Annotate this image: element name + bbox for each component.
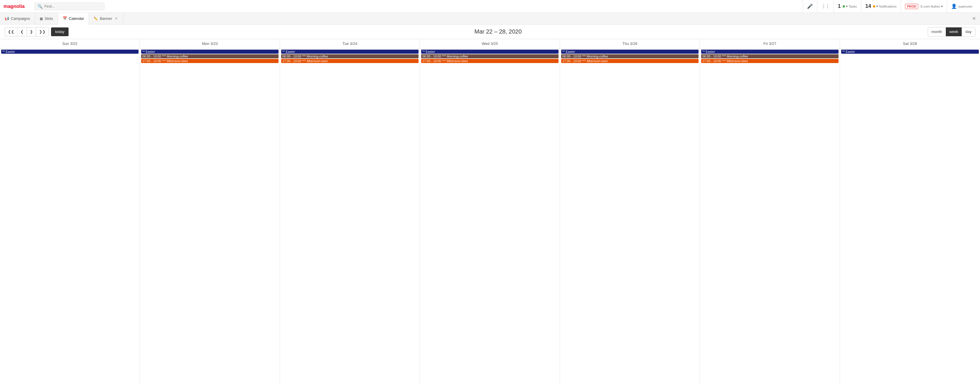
calendar-header-row: Sun 3/22 Mon 3/23 Tue 3/24 Wed 3/25 Thu … xyxy=(0,39,980,48)
notifications-label: Notifications xyxy=(879,5,897,8)
calendar-body: ** Easter ** Easter 06:00 - 10:00 *** Mo… xyxy=(0,48,980,384)
prod-badge: PROD xyxy=(905,4,918,9)
mic-button[interactable]: 🎤 xyxy=(803,0,817,13)
tab-bar: 📢 Campaigns ▦ Slots 📅 Calendar ✏️ Banner… xyxy=(0,13,980,24)
tab-calendar[interactable]: 📅 Calendar xyxy=(58,13,89,24)
cal-col-5: ** Easter 06:00 - 10:00 *** Morning-coff… xyxy=(700,48,840,384)
mic-icon: 🎤 xyxy=(807,3,813,9)
day-header-3: Wed 3/25 xyxy=(420,39,560,48)
tasks-label: Tasks xyxy=(849,5,857,8)
day-header-6: Sat 3/28 xyxy=(840,39,980,48)
calendar-grid: Sun 3/22 Mon 3/23 Tue 3/24 Wed 3/25 Thu … xyxy=(0,39,980,384)
day-header-1: Mon 3/23 xyxy=(140,39,280,48)
nav-next-button[interactable]: ❯ xyxy=(27,27,36,36)
cal-col-4: ** Easter 06:00 - 10:00 *** Morning-coff… xyxy=(560,48,700,384)
nav-prev-button[interactable]: ❮ xyxy=(18,27,27,36)
nav-last-button[interactable]: ❯❯ xyxy=(36,27,48,36)
workspace-close-button[interactable]: ✕ xyxy=(968,13,980,24)
nav-button-group: ❮❮ ❮ ❯ ❯❯ xyxy=(5,27,49,37)
notifications-count: 14 xyxy=(865,3,871,10)
view-day-button[interactable]: day xyxy=(962,27,975,36)
notifications-badge xyxy=(873,5,875,8)
apps-grid-button[interactable]: ⋮⋮ xyxy=(817,0,834,13)
event-afternoon-beer-fri[interactable]: 17:00 - 19:00 *** Afternoon-beer xyxy=(701,59,838,63)
user-icon: 👤 xyxy=(951,3,957,9)
user-button[interactable]: 👤 superuser xyxy=(947,0,977,13)
tasks-button[interactable]: 1 ▾ Tasks xyxy=(834,0,861,13)
calendar-toolbar: ❮❮ ❮ ❯ ❯❯ today Mar 22 – 28, 2020 month … xyxy=(0,24,980,39)
user-label: superuser xyxy=(958,5,972,8)
search-input[interactable] xyxy=(45,4,101,8)
event-easter-sun[interactable]: ** Easter xyxy=(1,49,138,54)
event-easter-fri[interactable]: ** Easter xyxy=(701,49,838,54)
campaigns-icon: 📢 xyxy=(5,17,9,21)
slots-icon: ▦ xyxy=(40,17,43,21)
view-month-button[interactable]: month xyxy=(928,27,946,36)
event-easter-tue[interactable]: ** Easter xyxy=(281,49,418,54)
search-box[interactable]: 🔍 xyxy=(34,3,104,10)
notifications-button[interactable]: 14 ▾ Notifications xyxy=(861,0,900,13)
notifications-chevron: ▾ xyxy=(877,5,878,8)
search-icon: 🔍 xyxy=(38,4,43,9)
pen-icon: ✏️ xyxy=(94,17,98,21)
cal-col-2: ** Easter 06:00 - 10:00 *** Morning-coff… xyxy=(280,48,420,384)
logo: magnolia xyxy=(3,3,30,10)
tab-slots[interactable]: ▦ Slots xyxy=(35,13,58,24)
event-afternoon-beer-wed[interactable]: 17:00 - 19:00 *** Afternoon-beer xyxy=(421,59,558,63)
day-header-4: Thu 3/26 xyxy=(560,39,700,48)
env-button[interactable]: PROD E-com Author ▾ xyxy=(900,0,947,13)
tab-banner-close[interactable]: ✕ xyxy=(114,16,118,21)
calendar-title: Mar 22 – 28, 2020 xyxy=(71,28,926,35)
view-button-group: month week day xyxy=(928,27,975,37)
event-morning-coffee-fri[interactable]: 06:00 - 10:00 *** Morning-coffee xyxy=(701,54,838,58)
cal-col-3: ** Easter 06:00 - 10:00 *** Morning-coff… xyxy=(420,48,560,384)
view-week-button[interactable]: week xyxy=(946,27,962,36)
calendar-icon: 📅 xyxy=(63,16,67,21)
env-author: E-com Author xyxy=(921,5,940,8)
event-easter-sat[interactable]: ** Easter xyxy=(841,49,979,54)
event-morning-coffee-mon[interactable]: 06:00 - 10:00 *** Morning-coffee xyxy=(141,54,278,58)
nav-first-button[interactable]: ❮❮ xyxy=(5,27,18,36)
day-header-5: Fri 3/27 xyxy=(700,39,840,48)
day-header-2: Tue 3/24 xyxy=(280,39,420,48)
tasks-count: 1 xyxy=(838,3,841,10)
apps-grid-icon: ⋮⋮ xyxy=(821,4,829,9)
tab-campaigns-label: Campaigns xyxy=(11,16,30,21)
event-morning-coffee-wed[interactable]: 06:00 - 10:00 *** Morning-coffee xyxy=(421,54,558,58)
event-easter-thu[interactable]: ** Easter xyxy=(561,49,698,54)
tab-banner[interactable]: ✏️ Banner ✕ xyxy=(89,13,123,24)
event-easter-mon[interactable]: ** Easter xyxy=(141,49,278,54)
event-afternoon-beer-tue[interactable]: 17:00 - 19:00 *** Afternoon-beer xyxy=(281,59,418,63)
event-afternoon-beer-mon[interactable]: 17:00 - 19:00 *** Afternoon-beer xyxy=(141,59,278,63)
svg-text:magnolia: magnolia xyxy=(3,3,25,8)
tasks-chevron: ▾ xyxy=(846,5,848,8)
tab-banner-label: Banner xyxy=(100,16,112,21)
day-header-0: Sun 3/22 xyxy=(0,39,140,48)
event-easter-wed[interactable]: ** Easter xyxy=(421,49,558,54)
cal-col-1: ** Easter 06:00 - 10:00 *** Morning-coff… xyxy=(140,48,280,384)
event-morning-coffee-tue[interactable]: 06:00 - 10:00 *** Morning-coffee xyxy=(281,54,418,58)
tab-slots-label: Slots xyxy=(45,16,53,21)
today-button[interactable]: today xyxy=(51,27,68,36)
tab-campaigns[interactable]: 📢 Campaigns xyxy=(0,13,35,24)
cal-col-0: ** Easter xyxy=(0,48,140,384)
env-chevron: ▾ xyxy=(941,5,943,8)
cal-col-6: ** Easter xyxy=(840,48,980,384)
top-bar: magnolia 🔍 🎤 ⋮⋮ 1 ▾ Tasks 14 ▾ Notificat… xyxy=(0,0,980,13)
event-morning-coffee-thu[interactable]: 06:00 - 10:00 *** Morning-coffee xyxy=(561,54,698,58)
magnolia-logo: magnolia xyxy=(3,3,30,10)
tab-calendar-label: Calendar xyxy=(69,16,84,21)
top-bar-right: 🎤 ⋮⋮ 1 ▾ Tasks 14 ▾ Notifications PROD E… xyxy=(803,0,977,13)
tasks-badge xyxy=(843,5,845,8)
event-afternoon-beer-thu[interactable]: 17:00 - 19:00 *** Afternoon-beer xyxy=(561,59,698,63)
